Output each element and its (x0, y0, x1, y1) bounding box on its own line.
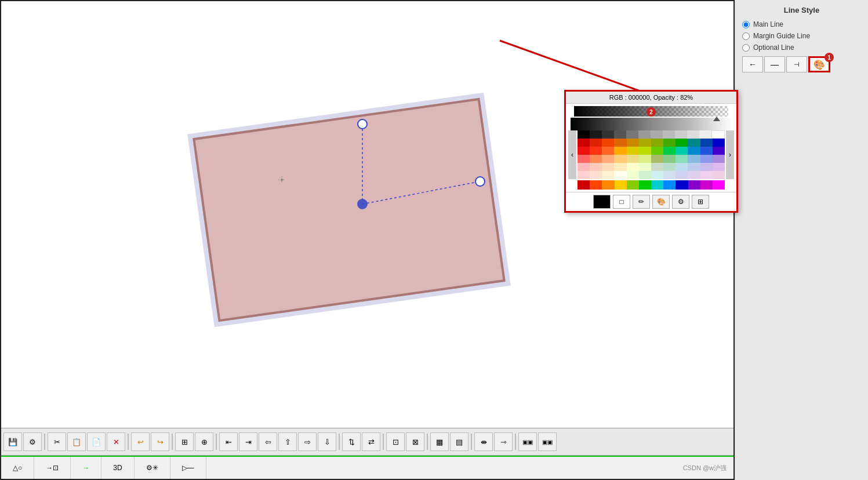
tb-cut[interactable]: ✂ (48, 432, 66, 451)
status-tab-shape[interactable]: △○ (1, 457, 34, 479)
solid-line-btn[interactable]: — (764, 56, 785, 72)
color-swatch-16[interactable] (627, 147, 639, 155)
radio-optional-line-input[interactable] (742, 44, 750, 52)
swatch-gray8[interactable] (675, 130, 687, 139)
line-end-btn[interactable]: ⊣ (786, 56, 807, 72)
color-swatch-54[interactable] (651, 171, 663, 179)
bright-blue[interactable] (663, 180, 675, 190)
status-tab-arrow[interactable]: → (71, 457, 101, 479)
tb-misc1[interactable]: ⇼ (474, 432, 493, 451)
grid-tool[interactable]: ⊞ (692, 195, 709, 209)
gradient-area[interactable]: 2 (571, 106, 732, 130)
color-swatch-43[interactable] (663, 163, 675, 171)
color-swatch-53[interactable] (639, 171, 651, 179)
bw-gradient[interactable] (571, 118, 732, 130)
color-swatch-41[interactable] (639, 163, 651, 171)
bright-magenta[interactable] (700, 180, 713, 190)
tb-delete[interactable]: ✕ (107, 432, 125, 451)
swatch-gray6[interactable] (651, 130, 663, 139)
color-swatch-20[interactable] (675, 147, 688, 155)
color-swatch-11[interactable] (713, 139, 725, 147)
tb-dist-v[interactable]: ⇄ (362, 432, 380, 451)
settings-tool[interactable]: ⚙ (672, 195, 689, 209)
bright-yellow-green[interactable] (627, 180, 639, 190)
bright-dark-blue[interactable] (675, 180, 688, 190)
color-swatch-36[interactable] (578, 163, 590, 171)
color-swatch-49[interactable] (590, 171, 602, 179)
tb-save[interactable]: 💾 (3, 432, 22, 451)
tb-align-r[interactable]: ⇦ (259, 432, 277, 451)
swatch-gray1[interactable] (590, 130, 602, 139)
color-swatch-34[interactable] (700, 155, 713, 163)
color-swatch-57[interactable] (688, 171, 700, 179)
color-swatch-33[interactable] (688, 155, 700, 163)
status-tab-settings[interactable]: ⚙✳ (135, 457, 170, 479)
swatch-gray4[interactable] (626, 130, 638, 139)
color-swatch-6[interactable] (651, 139, 663, 147)
color-swatch-50[interactable] (602, 171, 614, 179)
color-fill-tool[interactable]: 🎨 (652, 195, 670, 209)
radio-optional-line[interactable]: Optional Line (742, 43, 861, 52)
color-swatch-18[interactable] (651, 147, 663, 155)
color-swatch-42[interactable] (651, 163, 663, 171)
color-swatch-8[interactable] (675, 139, 688, 147)
swatch-grayA[interactable] (699, 130, 711, 139)
color-swatch-56[interactable] (675, 171, 688, 179)
radio-margin-guide-input[interactable] (742, 32, 750, 40)
color-swatch-47[interactable] (713, 163, 725, 171)
color-swatch-29[interactable] (639, 155, 651, 163)
swatch-gray5[interactable] (638, 130, 651, 139)
color-swatch-38[interactable] (602, 163, 614, 171)
color-swatch-48[interactable] (578, 171, 590, 179)
tb-align-m[interactable]: ⇨ (298, 432, 317, 451)
color-swatch-26[interactable] (602, 155, 614, 163)
color-swatch-10[interactable] (700, 139, 713, 147)
color-swatch-40[interactable] (627, 163, 639, 171)
tb-snap[interactable]: ⊕ (195, 432, 213, 451)
radio-main-line-input[interactable] (742, 21, 750, 28)
white-swatch-tool[interactable]: □ (613, 195, 630, 209)
tb-qr1[interactable]: ▣▣ (518, 432, 537, 451)
tb-chart2[interactable]: ▤ (450, 432, 468, 451)
color-swatch-13[interactable] (590, 147, 602, 155)
color-swatch-55[interactable] (663, 171, 675, 179)
color-swatch-0[interactable] (578, 139, 590, 147)
bright-cyan[interactable] (651, 180, 663, 190)
tb-settings[interactable]: ⚙ (23, 432, 42, 451)
color-swatch-30[interactable] (651, 155, 663, 163)
bright-green[interactable] (639, 180, 651, 190)
eyedropper-tool[interactable]: ✏ (633, 195, 650, 209)
tb-grid[interactable]: ⊞ (175, 432, 194, 451)
tb-copy[interactable]: 📋 (67, 432, 86, 451)
color-swatch-7[interactable] (663, 139, 675, 147)
tb-ungroup[interactable]: ⊠ (406, 432, 424, 451)
status-tab-insert[interactable]: →⊡ (34, 457, 71, 479)
color-swatch-44[interactable] (675, 163, 688, 171)
canvas-area[interactable]: 💾 ⚙ ✂ 📋 📄 ✕ ↩ ↪ ⊞ ⊕ ⇤ ⇥ ⇦ ⇧ ⇨ ⇩ ⇅ ⇄ ⊡ ⊠ (0, 0, 735, 480)
bright-orange[interactable] (602, 180, 614, 190)
color-swatch-35[interactable] (713, 155, 725, 163)
tb-undo[interactable]: ↩ (131, 432, 150, 451)
color-swatch-14[interactable] (602, 147, 614, 155)
nav-left-arrow[interactable]: ‹ (568, 130, 576, 179)
swatch-gray7[interactable] (663, 130, 675, 139)
swatch-black[interactable] (578, 130, 590, 139)
status-tab-3d[interactable]: 3D (101, 457, 134, 479)
arrow-left-btn[interactable]: ← (742, 56, 763, 72)
color-swatch-24[interactable] (578, 155, 590, 163)
color-swatch-9[interactable] (688, 139, 700, 147)
bright-fuchsia[interactable] (713, 180, 725, 190)
color-swatch-19[interactable] (663, 147, 675, 155)
bright-yellow[interactable] (615, 180, 627, 190)
status-tab-play[interactable]: ▷— (170, 457, 206, 479)
color-swatch-51[interactable] (614, 171, 626, 179)
color-swatch-4[interactable] (627, 139, 639, 147)
tb-align-t[interactable]: ⇧ (278, 432, 297, 451)
color-swatch-32[interactable] (675, 155, 688, 163)
tb-dist-h[interactable]: ⇅ (342, 432, 361, 451)
color-swatch-58[interactable] (700, 171, 713, 179)
radio-main-line[interactable]: Main Line (742, 20, 861, 28)
black-swatch-tool[interactable] (593, 195, 611, 209)
color-swatches-container[interactable]: ‹ › (568, 130, 734, 179)
bright-purple[interactable] (688, 180, 700, 190)
